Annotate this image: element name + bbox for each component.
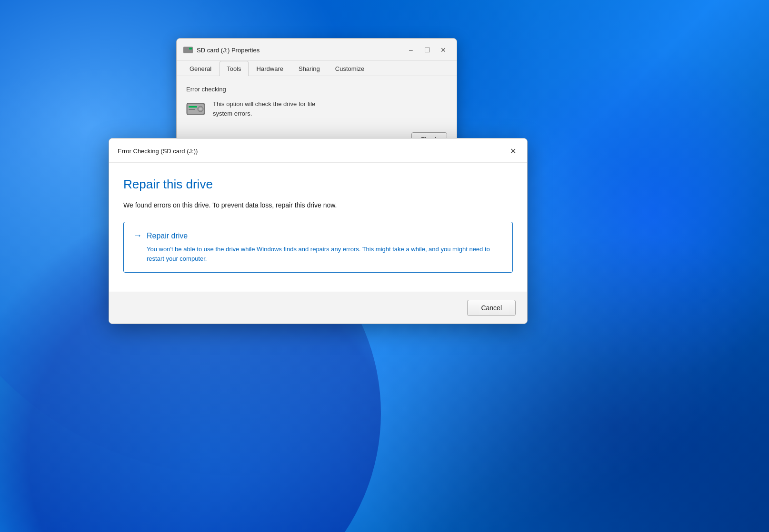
error-checking-title: Error checking — [186, 86, 447, 93]
dialog-description: We found errors on this drive. To preven… — [123, 200, 513, 210]
svg-rect-4 — [189, 106, 197, 108]
tab-general[interactable]: General — [182, 61, 219, 76]
properties-titlebar: SD card (J:) Properties – ☐ ✕ — [177, 39, 457, 61]
dialog-titlebar: Error Checking (SD card (J:)) ✕ — [109, 138, 527, 163]
error-check-section: This option will check the drive for fil… — [186, 99, 447, 118]
error-check-description: This option will check the drive for fil… — [213, 99, 315, 118]
properties-title: SD card (J:) Properties — [197, 47, 260, 54]
properties-title-area: SD card (J:) Properties — [183, 47, 260, 54]
properties-close-button[interactable]: ✕ — [436, 43, 451, 57]
dialog-title: Error Checking (SD card (J:)) — [118, 148, 198, 155]
svg-rect-5 — [189, 109, 195, 110]
tab-tools[interactable]: Tools — [220, 61, 248, 76]
repair-option-label: Repair drive — [147, 232, 188, 240]
tab-hardware[interactable]: Hardware — [250, 61, 290, 76]
arrow-right-icon: → — [133, 231, 142, 241]
dialog-close-button[interactable]: ✕ — [505, 144, 520, 158]
minimize-button[interactable]: – — [403, 43, 419, 57]
dialog-cancel-button[interactable]: Cancel — [467, 300, 516, 316]
dialog-heading: Repair this drive — [123, 177, 513, 192]
repair-drive-option[interactable]: → Repair drive You won't be able to use … — [123, 222, 513, 273]
error-checking-dialog: Error Checking (SD card (J:)) ✕ Repair t… — [109, 138, 528, 324]
tab-sharing[interactable]: Sharing — [291, 61, 327, 76]
dialog-content: Repair this drive We found errors on thi… — [109, 163, 527, 292]
repair-option-description: You won't be able to use the drive while… — [133, 245, 503, 264]
repair-option-title-area: → Repair drive — [133, 231, 503, 241]
hdd-icon — [186, 101, 205, 117]
dialog-footer: Cancel — [109, 292, 527, 324]
maximize-button[interactable]: ☐ — [419, 43, 435, 57]
tab-customize[interactable]: Customize — [328, 61, 371, 76]
svg-point-3 — [199, 108, 202, 110]
window-controls: – ☐ ✕ — [403, 43, 451, 57]
drive-icon — [183, 47, 193, 53]
properties-tabs: General Tools Hardware Sharing Customize — [177, 61, 457, 76]
